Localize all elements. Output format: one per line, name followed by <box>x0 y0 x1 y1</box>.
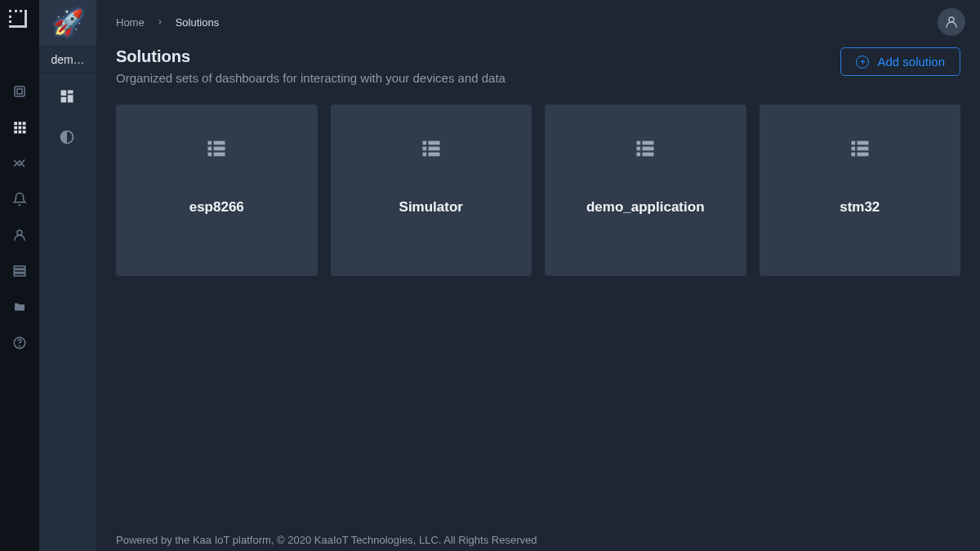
footer: Powered by the Kaa IoT platform, © 2020 … <box>96 534 980 551</box>
list-icon <box>420 137 443 160</box>
nav-grid-icon[interactable] <box>11 119 28 136</box>
svg-rect-34 <box>428 153 439 157</box>
nav-catalog-icon[interactable] <box>11 263 28 279</box>
svg-rect-18 <box>68 91 74 94</box>
svg-rect-0 <box>15 87 24 96</box>
page-title: Solutions <box>116 47 506 66</box>
nav-rail <box>0 0 39 551</box>
main-content: Home Solutions Solutions Organized sets … <box>96 0 980 551</box>
svg-rect-30 <box>428 141 439 145</box>
solution-name: demo_application <box>586 199 705 216</box>
plus-circle-icon: + <box>856 56 869 69</box>
svg-rect-44 <box>857 147 868 151</box>
add-solution-label: Add solution <box>877 55 945 69</box>
add-solution-button[interactable]: + Add solution <box>840 47 960 76</box>
tenant-logo[interactable]: 🚀 <box>39 0 96 46</box>
svg-rect-13 <box>14 270 25 273</box>
svg-rect-26 <box>214 147 225 151</box>
breadcrumb-current: Solutions <box>176 16 219 29</box>
svg-rect-36 <box>643 141 654 145</box>
solution-name: stm32 <box>840 199 880 216</box>
svg-rect-46 <box>857 153 868 157</box>
rocket-icon: 🚀 <box>53 11 83 35</box>
svg-point-11 <box>17 230 22 235</box>
svg-rect-24 <box>214 141 225 145</box>
svg-rect-17 <box>61 91 67 96</box>
list-icon <box>205 137 228 160</box>
svg-rect-35 <box>637 141 641 145</box>
svg-rect-27 <box>208 153 212 157</box>
nav-alerts-icon[interactable] <box>11 191 28 207</box>
svg-rect-25 <box>208 147 212 151</box>
svg-rect-9 <box>19 131 22 134</box>
person-icon <box>944 15 959 29</box>
sub-sidebar: 🚀 dem… <box>39 0 96 551</box>
svg-rect-41 <box>851 141 855 145</box>
solution-name: Simulator <box>399 199 463 216</box>
svg-rect-38 <box>643 147 654 151</box>
svg-rect-33 <box>422 153 426 157</box>
svg-rect-37 <box>637 147 641 151</box>
svg-rect-12 <box>14 266 25 269</box>
svg-rect-45 <box>851 153 855 157</box>
svg-rect-31 <box>422 147 426 151</box>
svg-rect-2 <box>14 122 17 125</box>
list-icon <box>849 137 871 160</box>
sidebar-dashboard-icon[interactable] <box>59 88 77 106</box>
topbar: Home Solutions <box>96 0 980 44</box>
product-logo[interactable] <box>9 10 30 31</box>
svg-rect-39 <box>637 153 641 157</box>
solution-card[interactable]: esp8266 <box>116 104 318 276</box>
svg-rect-14 <box>14 273 25 276</box>
svg-rect-20 <box>61 97 67 103</box>
chevron-right-icon <box>156 18 164 26</box>
svg-rect-6 <box>19 127 22 130</box>
svg-rect-42 <box>857 141 868 145</box>
page-subtitle: Organized sets of dashboards for interac… <box>116 71 506 85</box>
list-icon <box>634 137 657 160</box>
sidebar-theme-icon[interactable] <box>59 129 77 147</box>
svg-rect-19 <box>68 95 74 102</box>
nav-analytics-icon[interactable] <box>11 155 28 171</box>
svg-rect-7 <box>23 127 26 130</box>
svg-rect-10 <box>23 131 26 134</box>
svg-rect-4 <box>23 122 26 125</box>
user-menu[interactable] <box>938 8 965 36</box>
svg-rect-32 <box>428 147 439 151</box>
svg-rect-5 <box>14 127 17 130</box>
breadcrumb-home[interactable]: Home <box>116 16 145 29</box>
svg-point-22 <box>949 17 954 22</box>
solution-card[interactable]: Simulator <box>331 104 532 276</box>
tenant-label[interactable]: dem… <box>39 46 96 73</box>
svg-rect-1 <box>17 89 22 94</box>
solution-card[interactable]: stm32 <box>760 104 961 276</box>
svg-point-16 <box>20 345 20 346</box>
footer-text: Powered by the Kaa IoT platform, © 2020 … <box>116 534 537 546</box>
svg-rect-23 <box>208 141 212 145</box>
svg-rect-29 <box>422 141 426 145</box>
nav-help-icon[interactable] <box>11 335 28 351</box>
svg-rect-28 <box>214 153 225 157</box>
solution-card[interactable]: demo_application <box>545 104 746 276</box>
svg-rect-43 <box>851 147 855 151</box>
nav-user-icon[interactable] <box>11 227 28 243</box>
breadcrumb: Home Solutions <box>116 16 219 29</box>
svg-rect-3 <box>19 122 22 125</box>
solutions-grid: esp8266 Simulator demo_application stm32 <box>96 104 980 276</box>
svg-rect-8 <box>14 131 17 134</box>
svg-rect-40 <box>643 153 654 157</box>
nav-folder-icon[interactable] <box>11 299 28 315</box>
nav-hardware-icon[interactable] <box>11 83 28 100</box>
page-header: Solutions Organized sets of dashboards f… <box>96 44 980 104</box>
solution-name: esp8266 <box>189 199 244 216</box>
